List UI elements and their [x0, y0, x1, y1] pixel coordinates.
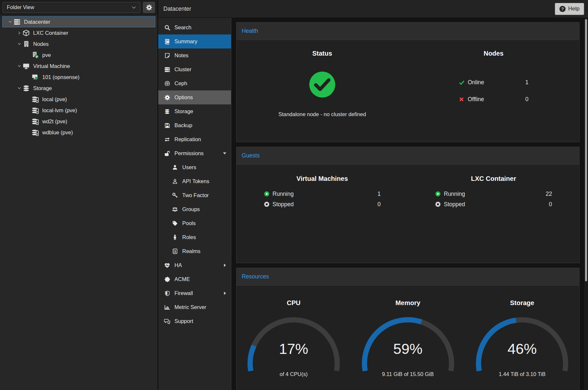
tree-item-label: Storage	[33, 85, 52, 91]
menu-item-summary[interactable]: Summary	[158, 34, 231, 48]
tree-item-storage-local[interactable]: local (pve)	[2, 94, 155, 105]
status-title: Status	[312, 50, 332, 57]
menu-item-api-tokens[interactable]: API Tokens	[158, 174, 231, 188]
storage-gauge: 46%	[473, 315, 571, 363]
menu-item-backup[interactable]: Backup	[158, 118, 231, 132]
menu-item-notes[interactable]: Notes	[158, 48, 231, 62]
menu-item-realms[interactable]: Realms	[158, 244, 231, 258]
chevron-down-icon[interactable]	[7, 20, 13, 23]
chevron-down-icon[interactable]	[16, 42, 22, 46]
stopped-icon	[435, 201, 441, 207]
summary-content: Health Status Standalone node - no clust…	[231, 18, 584, 390]
memory-percent: 59%	[359, 341, 457, 357]
menu-item-users[interactable]: Users	[158, 160, 231, 174]
tree-item-vm-101[interactable]: 101 (opnsense)	[2, 72, 155, 83]
menu-item-label: ACME	[174, 276, 190, 282]
status-ok-icon	[309, 71, 336, 98]
menu-item-replication[interactable]: Replication	[158, 132, 231, 146]
tree-item-virtual-machine[interactable]: Virtual Machine	[2, 61, 155, 72]
menu-item-acme[interactable]: ACME	[158, 272, 231, 286]
key-icon	[172, 193, 178, 198]
tree-item-datacenter[interactable]: Datacenter	[2, 16, 155, 27]
memory-gauge: 59%	[359, 315, 457, 363]
menu-item-permissions[interactable]: Permissions	[158, 146, 231, 160]
menu-item-support[interactable]: Support	[158, 314, 231, 328]
menu-item-cluster[interactable]: Cluster	[158, 62, 231, 76]
chevron-right-icon	[224, 263, 226, 267]
tree-item-label: Datacenter	[24, 19, 50, 25]
chevron-down-icon[interactable]	[16, 64, 22, 68]
menu-item-search[interactable]: Search	[158, 20, 231, 34]
scrollbar-thumb[interactable]	[585, 19, 587, 281]
tag-icon	[172, 221, 178, 226]
content-scrollbar[interactable]	[584, 18, 588, 390]
comments-icon	[164, 318, 170, 324]
status-message: Standalone node - no cluster defined	[278, 111, 366, 117]
tree-item-nodes[interactable]: Nodes	[2, 38, 155, 49]
menu-item-ha[interactable]: HA	[158, 258, 231, 272]
menu-item-pools[interactable]: Pools	[158, 216, 231, 230]
menu-item-label: Realms	[182, 248, 200, 254]
memory-gauge-column: Memory 59% 9.11 GiB of 15.50 GiB	[351, 286, 465, 390]
node-online-icon	[31, 51, 39, 59]
database-icon	[22, 85, 30, 92]
tree-item-storage-wdblue[interactable]: wdblue (pve)	[2, 127, 155, 138]
menu-item-label: Roles	[182, 234, 196, 240]
nodes-online-label: Online	[468, 79, 484, 86]
content-region: Datacenter ? Help Search	[158, 0, 588, 390]
menu-item-ceph[interactable]: Ceph	[158, 76, 231, 90]
menu-item-groups[interactable]: Groups	[158, 202, 231, 216]
resources-section-title: Resources	[236, 268, 579, 286]
tree-item-lxc-container[interactable]: LXC Container	[2, 27, 155, 38]
heartbeat-icon	[164, 262, 170, 268]
user-outline-icon	[172, 179, 178, 184]
view-mode-select[interactable]: Folder View	[3, 2, 140, 13]
virtual-machines-column: Virtual Machines Running 1	[236, 165, 408, 263]
tree-settings-button[interactable]	[143, 2, 155, 13]
chevron-right-icon	[224, 291, 226, 295]
menu-item-two-factor[interactable]: Two Factor	[158, 188, 231, 202]
search-icon	[164, 25, 170, 31]
server-stack-icon	[164, 67, 170, 73]
tree-item-label: 101 (opnsense)	[42, 74, 80, 80]
vm-stopped-row: Stopped 0	[264, 200, 381, 208]
cpu-gauge: 17%	[245, 315, 342, 363]
tree-item-label: LXC Container	[33, 30, 68, 36]
menu-item-roles[interactable]: Roles	[158, 230, 231, 244]
stopped-icon	[264, 201, 270, 207]
menu-item-metric-server[interactable]: Metric Server	[158, 300, 231, 314]
storage-gauge-column: Storage 46% 1.44 TiB of 3.10 TiB	[465, 286, 579, 390]
menu-item-firewall[interactable]: Firewall	[158, 286, 231, 300]
sticky-note-icon	[164, 53, 170, 59]
database-drive-icon	[31, 107, 39, 114]
tree-item-storage-local-lvm[interactable]: local-lvm (pve)	[2, 105, 155, 116]
menu-item-label: Two Factor	[182, 192, 209, 198]
menu-item-options[interactable]: Options	[158, 90, 231, 104]
health-panel: Health Status Standalone node - no clust…	[236, 22, 580, 142]
menu-item-label: Summary	[174, 38, 198, 45]
guests-panel: Guests Virtual Machines Running 1	[236, 147, 580, 263]
cube-icon	[22, 29, 30, 37]
chevron-right-icon[interactable]	[16, 31, 22, 35]
nodes-offline-row: Offline 0	[459, 95, 529, 103]
tree-item-storage-wd2t[interactable]: wd2t (pve)	[2, 116, 155, 127]
lxc-running-label: Running	[444, 191, 465, 197]
page-title: Datacenter	[163, 6, 191, 12]
chevron-down-icon	[223, 152, 226, 155]
menu-item-storage[interactable]: Storage	[158, 104, 231, 118]
menu-item-label: Cluster	[174, 66, 191, 73]
question-icon: ?	[559, 6, 566, 12]
help-button[interactable]: ? Help	[555, 3, 584, 15]
tree-item-label: wd2t (pve)	[42, 118, 67, 125]
tree-item-storage[interactable]: Storage	[2, 83, 155, 94]
nodes-offline-label: Offline	[468, 96, 484, 103]
cpu-gauge-column: CPU 17% of 4 CPU(s)	[236, 286, 351, 390]
menu-item-label: Firewall	[174, 290, 193, 296]
health-section-title: Health	[236, 22, 579, 40]
person-icon	[172, 235, 178, 240]
chevron-down-icon[interactable]	[16, 87, 22, 90]
tree-item-pve[interactable]: pve	[2, 49, 155, 61]
resource-tree: Datacenter LXC Container	[0, 15, 158, 138]
storage-percent: 46%	[473, 341, 571, 357]
menu-item-label: Support	[174, 318, 193, 324]
